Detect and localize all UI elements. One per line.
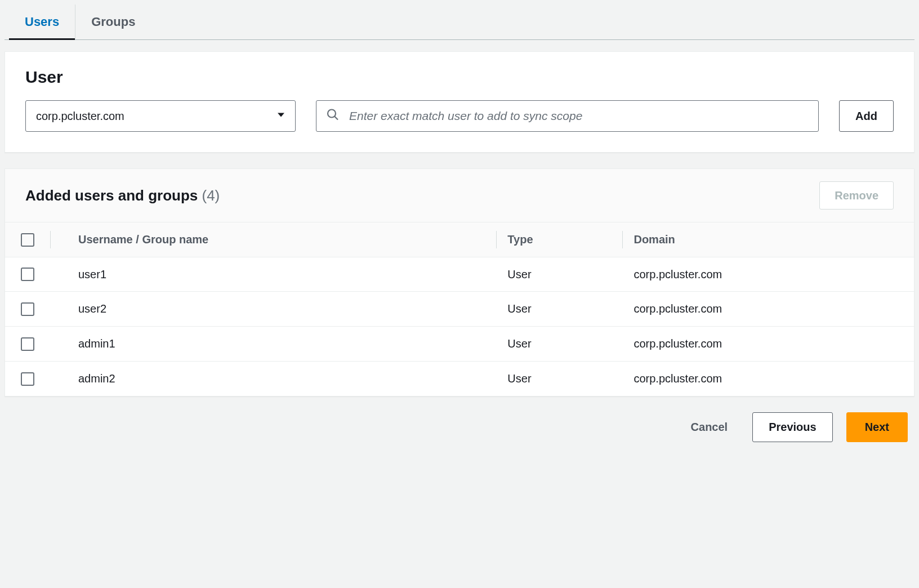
tab-groups[interactable]: Groups	[75, 5, 151, 39]
cell-type: User	[496, 327, 622, 362]
cell-name: user2	[50, 292, 496, 327]
cell-domain: corp.pcluster.com	[622, 292, 914, 327]
row-checkbox[interactable]	[21, 268, 34, 281]
cell-type: User	[496, 257, 622, 292]
domain-select-wrap	[25, 100, 296, 132]
user-search-input[interactable]	[316, 100, 819, 132]
table-header-row: Username / Group name Type Domain	[5, 222, 914, 257]
col-domain: Domain	[622, 222, 914, 257]
user-panel-title: User	[25, 68, 894, 87]
domain-select[interactable]	[25, 100, 296, 132]
cell-domain: corp.pcluster.com	[622, 327, 914, 362]
cell-name: admin1	[50, 327, 496, 362]
users-table: Username / Group name Type Domain user1 …	[5, 222, 914, 396]
table-row: user2 User corp.pcluster.com	[5, 292, 914, 327]
table-row: user1 User corp.pcluster.com	[5, 257, 914, 292]
added-panel-title: Added users and groups (4)	[25, 187, 220, 204]
col-name: Username / Group name	[50, 222, 496, 257]
cell-domain: corp.pcluster.com	[622, 257, 914, 292]
cell-name: admin2	[50, 361, 496, 395]
previous-button[interactable]: Previous	[752, 412, 832, 442]
cancel-button[interactable]: Cancel	[680, 413, 739, 442]
col-type: Type	[496, 222, 622, 257]
select-all-checkbox[interactable]	[21, 233, 34, 247]
user-panel: User Add	[5, 51, 914, 153]
footer-actions: Cancel Previous Next	[5, 410, 914, 456]
cell-type: User	[496, 361, 622, 395]
row-checkbox[interactable]	[21, 372, 34, 386]
table-row: admin1 User corp.pcluster.com	[5, 327, 914, 362]
add-button[interactable]: Add	[839, 100, 894, 132]
cell-type: User	[496, 292, 622, 327]
cell-name: user1	[50, 257, 496, 292]
tab-users[interactable]: Users	[9, 5, 75, 39]
added-count: (4)	[202, 187, 220, 204]
added-panel-header: Added users and groups (4) Remove	[5, 169, 914, 222]
added-title-text: Added users and groups	[25, 187, 198, 204]
cell-domain: corp.pcluster.com	[622, 361, 914, 395]
table-row: admin2 User corp.pcluster.com	[5, 361, 914, 395]
user-search-wrap	[316, 100, 819, 132]
added-panel: Added users and groups (4) Remove Userna…	[5, 168, 914, 397]
row-checkbox[interactable]	[21, 302, 34, 316]
col-checkbox	[5, 222, 50, 257]
user-input-row: Add	[25, 100, 894, 132]
tab-bar: Users Groups	[5, 5, 914, 40]
row-checkbox[interactable]	[21, 337, 34, 351]
next-button[interactable]: Next	[846, 412, 908, 442]
remove-button[interactable]: Remove	[819, 181, 894, 210]
